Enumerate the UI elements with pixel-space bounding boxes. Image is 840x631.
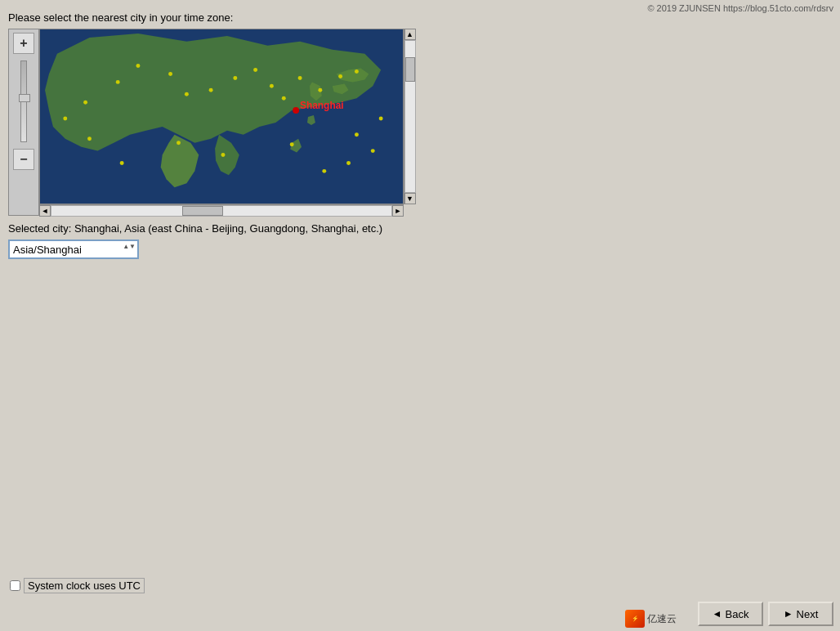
svg-point-7 (233, 76, 237, 80)
brand-icon: ⚡ (625, 610, 645, 628)
utc-checkbox-row: System clock uses UTC (10, 578, 145, 593)
next-button[interactable]: ► Next (768, 602, 833, 626)
timezone-select-wrapper[interactable]: Asia/Shanghai Asia/Beijing Asia/Tokyo As… (8, 235, 139, 259)
svg-point-10 (282, 96, 286, 101)
map-svg: Shanghai (40, 29, 403, 204)
back-button[interactable]: ◄ Back (698, 602, 763, 626)
svg-point-20 (355, 132, 359, 136)
svg-point-3 (136, 64, 140, 68)
map-viewport[interactable]: Shanghai (39, 29, 404, 204)
scroll-vtrack[interactable] (404, 40, 416, 193)
svg-point-8 (253, 68, 257, 72)
svg-point-18 (221, 153, 226, 157)
utc-checkbox[interactable] (10, 580, 20, 591)
scroll-vthumb[interactable] (405, 57, 415, 82)
svg-point-17 (176, 141, 181, 145)
scroll-down-button[interactable]: ▼ (404, 193, 416, 204)
map-area: Shanghai ▲ ▼ ◄ ► (39, 29, 415, 216)
map-hscrollbar[interactable]: ◄ ► (39, 204, 404, 216)
svg-point-2 (116, 80, 120, 84)
zoom-in-button[interactable]: + (13, 33, 34, 54)
scroll-left-button[interactable]: ◄ (39, 205, 51, 217)
svg-text:Shanghai: Shanghai (300, 100, 343, 111)
svg-point-16 (87, 136, 92, 141)
svg-point-4 (168, 72, 172, 76)
svg-point-19 (290, 142, 294, 146)
zoom-panel: + − (8, 29, 39, 216)
svg-point-24 (322, 169, 326, 173)
map-with-vscroll: Shanghai ▲ ▼ (39, 29, 415, 204)
svg-point-15 (63, 117, 67, 121)
brand-area: ⚡ 亿速云 (625, 610, 677, 628)
back-icon: ◄ (713, 608, 722, 620)
scroll-up-button[interactable]: ▲ (404, 29, 416, 40)
scroll-htrack[interactable] (51, 205, 392, 217)
svg-point-11 (298, 76, 302, 80)
timezone-select[interactable]: Asia/Shanghai Asia/Beijing Asia/Tokyo As… (8, 239, 139, 259)
svg-point-21 (379, 117, 383, 121)
selected-city-text: Selected city: Shanghai, Asia (east Chin… (8, 222, 832, 235)
svg-point-26 (293, 107, 299, 114)
svg-point-6 (209, 88, 213, 92)
utc-checkbox-label: System clock uses UTC (24, 578, 145, 593)
map-background: Shanghai (40, 29, 403, 204)
nav-buttons: ◄ Back ► Next (698, 602, 833, 626)
svg-point-22 (371, 149, 375, 153)
next-label: Next (797, 608, 819, 620)
map-vscrollbar[interactable]: ▲ ▼ (404, 29, 415, 204)
scroll-right-button[interactable]: ► (392, 205, 404, 217)
zoom-slider-thumb (19, 94, 30, 102)
svg-point-23 (346, 161, 351, 165)
zoom-slider[interactable] (20, 60, 27, 142)
svg-point-13 (338, 74, 342, 78)
svg-point-12 (318, 88, 322, 92)
brand-text: 亿速云 (647, 612, 677, 626)
scroll-hthumb[interactable] (182, 206, 223, 216)
zoom-out-button[interactable]: − (13, 149, 34, 170)
next-icon: ► (784, 608, 793, 620)
svg-point-5 (185, 92, 189, 96)
prompt-label: Please select the nearest city in your t… (8, 11, 832, 24)
svg-point-25 (120, 161, 124, 165)
svg-point-1 (83, 101, 87, 105)
svg-point-14 (355, 69, 359, 74)
svg-point-9 (270, 84, 274, 88)
main-content: Please select the nearest city in your t… (8, 11, 832, 259)
map-container: + − (8, 29, 417, 216)
back-label: Back (725, 608, 748, 620)
